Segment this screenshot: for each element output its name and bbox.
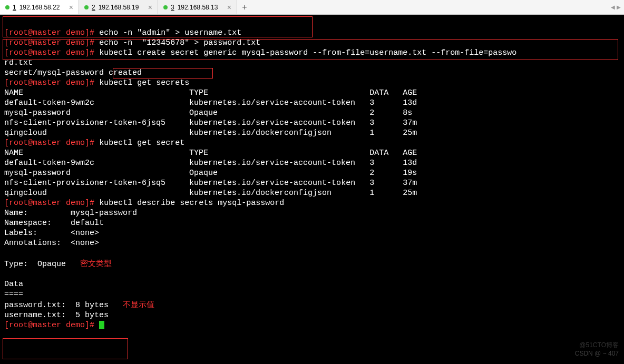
table-row: default-token-9wm2c kubernetes.io/servic… xyxy=(4,159,417,168)
prompt: [root@master demo]# xyxy=(4,38,94,47)
command-get-secret: kubectl get secret xyxy=(99,139,184,147)
table-row: qingcloud kubernetes.io/dockerconfigjson… xyxy=(4,189,417,198)
tab-bar: 1 192.168.58.22 × 2 192.168.58.19 × 3 19… xyxy=(0,0,624,15)
tab-1[interactable]: 1 192.168.58.22 × xyxy=(0,0,79,14)
highlight-box-data-values xyxy=(3,338,128,359)
output-created: secret/mysql-password created xyxy=(4,68,142,77)
describe-name: Name: mysql-password xyxy=(4,209,137,218)
close-icon[interactable]: × xyxy=(69,4,73,11)
annotation-no-show-value: 不显示值 xyxy=(123,300,154,309)
table-row: qingcloud kubernetes.io/dockerconfigjson… xyxy=(4,129,417,137)
prompt: [root@master demo]# xyxy=(4,48,94,57)
tab-3[interactable]: 3 192.168.58.13 × xyxy=(158,0,237,14)
annotation-cipher-type: 密文类型 xyxy=(80,259,112,268)
command-create-secret-wrap: rd.txt xyxy=(4,58,33,67)
describe-data-sep: ==== xyxy=(4,290,23,299)
command-get-secrets: kubectl get secrets xyxy=(99,78,189,87)
prompt: [root@master demo]# xyxy=(4,139,94,147)
add-tab-button[interactable]: + xyxy=(237,0,252,14)
table-row: nfs-client-provisioner-token-6jsq5 kuber… xyxy=(4,179,417,188)
close-icon[interactable]: × xyxy=(227,4,231,11)
describe-data-header: Data xyxy=(4,280,23,289)
describe-type: Type: Opaque xyxy=(4,260,66,269)
watermark-csdn: CSDN @ ~ 407 xyxy=(575,349,619,359)
describe-password: password.txt: 8 bytes xyxy=(4,301,109,310)
table-row: mysql-password Opaque 2 8s xyxy=(4,109,412,117)
table-row: default-token-9wm2c kubernetes.io/servic… xyxy=(4,99,417,107)
table-row: mysql-password Opaque 2 19s xyxy=(4,169,417,178)
tab-nav-arrows[interactable]: ◀ ▶ xyxy=(608,0,624,14)
table-header: NAME TYPE DATA AGE xyxy=(4,88,417,97)
table-row: nfs-client-provisioner-token-6jsq5 kuber… xyxy=(4,119,417,127)
describe-annotations: Annotations: <none> xyxy=(4,239,99,248)
tab-2[interactable]: 2 192.168.58.19 × xyxy=(79,0,158,14)
tab-label: 192.168.58.22 xyxy=(19,4,60,11)
tab-label: 192.168.58.19 xyxy=(99,4,139,11)
prompt: [root@master demo]# xyxy=(4,321,94,330)
prompt: [root@master demo]# xyxy=(4,199,94,208)
tab-number: 3 xyxy=(171,4,174,11)
prompt: [root@master demo]# xyxy=(4,28,94,37)
status-dot-icon xyxy=(163,5,168,9)
table-header: NAME TYPE DATA AGE xyxy=(4,149,417,158)
prompt: [root@master demo]# xyxy=(4,78,94,87)
status-dot-icon xyxy=(84,5,89,9)
status-dot-icon xyxy=(5,5,9,9)
tab-number: 1 xyxy=(13,4,16,11)
command-echo-username: echo -n "admin" > username.txt xyxy=(99,28,241,37)
describe-username: username.txt: 5 bytes xyxy=(4,311,109,320)
command-create-secret: kubectl create secret generic mysql-pass… xyxy=(99,48,516,57)
close-icon[interactable]: × xyxy=(148,4,152,11)
command-echo-password: echo -n "12345678" > password.txt xyxy=(99,38,260,47)
describe-labels: Labels: <none> xyxy=(4,229,99,238)
command-describe: kubectl describe secrets mysql-password xyxy=(99,199,284,208)
cursor-icon xyxy=(99,321,104,329)
terminal[interactable]: [root@master demo]# echo -n "admin" > us… xyxy=(0,15,624,364)
describe-namespace: Namespace: default xyxy=(4,219,104,228)
tab-number: 2 xyxy=(92,4,95,11)
tab-label: 192.168.58.13 xyxy=(178,4,218,11)
